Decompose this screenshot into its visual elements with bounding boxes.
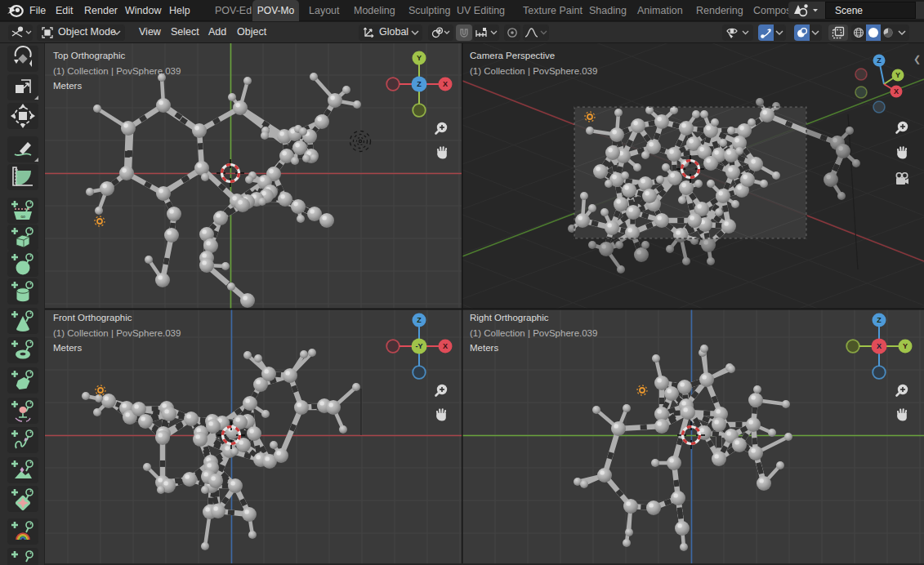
svg-text:X: X	[877, 342, 882, 350]
svg-text:(1) Collection | PovSphere.039: (1) Collection | PovSphere.039	[470, 66, 597, 76]
svg-text:(1) Collection | PovSphere.039: (1) Collection | PovSphere.039	[470, 328, 597, 338]
svg-text:Meters: Meters	[53, 81, 82, 91]
svg-text:(1) Collection | PovSphere.039: (1) Collection | PovSphere.039	[53, 66, 181, 76]
svg-text:∞: ∞	[20, 213, 25, 220]
svg-text:Meters: Meters	[53, 343, 82, 353]
svg-text:Y: Y	[417, 54, 422, 62]
svg-text:❮: ❮	[913, 54, 921, 65]
svg-text:Meters: Meters	[470, 343, 498, 353]
svg-text:Right Orthographic: Right Orthographic	[470, 313, 549, 323]
svg-text:X: X	[443, 342, 448, 350]
svg-text:Z: Z	[417, 316, 422, 324]
svg-text:X: X	[894, 87, 899, 96]
svg-text:Camera Perspective: Camera Perspective	[470, 51, 555, 60]
svg-text:Y: Y	[895, 71, 900, 79]
svg-text:Z: Z	[417, 80, 422, 88]
svg-text:Z: Z	[877, 56, 882, 65]
svg-text:-Y: -Y	[416, 342, 423, 350]
svg-text:(1) Collection | PovSphere.039: (1) Collection | PovSphere.039	[53, 328, 181, 338]
svg-text:Y: Y	[903, 342, 908, 350]
svg-text:Top Orthographic: Top Orthographic	[53, 51, 125, 60]
svg-text:Front Orthographic: Front Orthographic	[53, 313, 132, 323]
svg-text:X: X	[443, 80, 448, 88]
svg-text:Z: Z	[877, 316, 882, 324]
